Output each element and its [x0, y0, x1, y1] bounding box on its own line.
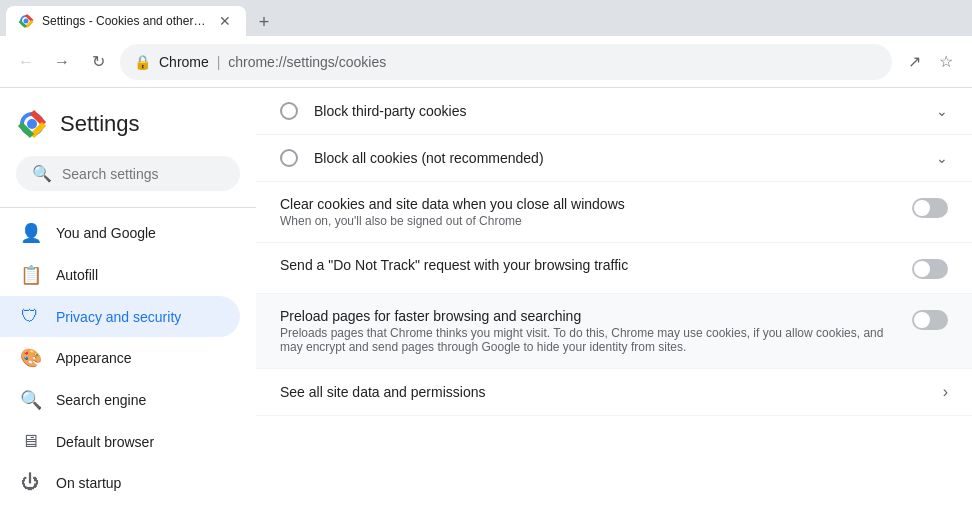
sidebar-label-privacy: Privacy and security [56, 309, 181, 325]
preload-text: Preload pages for faster browsing and se… [280, 308, 896, 354]
person-icon: 👤 [20, 222, 40, 244]
main-content: Block third-party cookies ⌄ Block all co… [256, 88, 972, 505]
do-not-track-label: Send a "Do Not Track" request with your … [280, 257, 896, 273]
do-not-track-text: Send a "Do Not Track" request with your … [280, 257, 896, 275]
block-third-party-label: Block third-party cookies [314, 103, 936, 119]
share-button[interactable]: ↗ [900, 48, 928, 76]
search-input[interactable] [62, 166, 224, 182]
chevron-down-icon: ⌄ [936, 103, 948, 119]
chevron-down-icon-2: ⌄ [936, 150, 948, 166]
sidebar-item-appearance[interactable]: 🎨 Appearance [0, 337, 240, 379]
address-bar: ← → ↻ 🔒 Chrome | chrome://settings/cooki… [0, 36, 972, 88]
search-engine-icon: 🔍 [20, 389, 40, 411]
do-not-track-toggle[interactable] [912, 259, 948, 279]
tab-close-button[interactable]: ✕ [216, 12, 234, 30]
clear-cookies-sublabel: When on, you'll also be signed out of Ch… [280, 214, 896, 228]
sidebar-item-privacy[interactable]: 🛡 Privacy and security [0, 296, 240, 337]
sidebar-label-you-and-google: You and Google [56, 225, 156, 241]
sidebar-item-autofill[interactable]: 📋 Autofill [0, 254, 240, 296]
settings-title: Settings [60, 111, 140, 137]
autofill-icon: 📋 [20, 264, 40, 286]
arrow-right-icon: › [943, 383, 948, 401]
toggle-slider-2 [912, 259, 948, 279]
new-tab-button[interactable]: + [250, 8, 278, 36]
active-tab[interactable]: Settings - Cookies and other site... ✕ [6, 6, 246, 36]
block-third-party-radio[interactable] [280, 102, 298, 120]
block-all-cookies-row[interactable]: Block all cookies (not recommended) ⌄ [256, 135, 972, 182]
do-not-track-row[interactable]: Send a "Do Not Track" request with your … [256, 243, 972, 294]
startup-icon: ⏻ [20, 472, 40, 493]
see-all-site-data-label: See all site data and permissions [280, 384, 943, 400]
search-icon: 🔍 [32, 164, 52, 183]
preload-toggle[interactable] [912, 310, 948, 330]
block-all-cookies-radio[interactable] [280, 149, 298, 167]
url-text: Chrome | chrome://settings/cookies [159, 54, 386, 70]
url-bar[interactable]: 🔒 Chrome | chrome://settings/cookies [120, 44, 892, 80]
preload-label: Preload pages for faster browsing and se… [280, 308, 896, 324]
browser-window: Settings - Cookies and other site... ✕ +… [0, 0, 972, 505]
see-all-site-data-row[interactable]: See all site data and permissions › [256, 369, 972, 416]
sidebar-label-default-browser: Default browser [56, 434, 154, 450]
sidebar-label-on-startup: On startup [56, 475, 121, 491]
sidebar: Settings 🔍 👤 You and Google 📋 Autofill [0, 88, 256, 505]
clear-cookies-label: Clear cookies and site data when you clo… [280, 196, 896, 212]
svg-point-5 [27, 119, 37, 129]
appearance-icon: 🎨 [20, 347, 40, 369]
tab-title: Settings - Cookies and other site... [42, 14, 208, 28]
tab-favicon [18, 13, 34, 29]
clear-cookies-text: Clear cookies and site data when you clo… [280, 196, 896, 228]
clear-cookies-row[interactable]: Clear cookies and site data when you clo… [256, 182, 972, 243]
preload-pages-row[interactable]: Preload pages for faster browsing and se… [256, 294, 972, 369]
search-bar: 🔍 [0, 156, 256, 203]
toggle-slider-3 [912, 310, 948, 330]
default-browser-icon: 🖥 [20, 431, 40, 452]
sidebar-item-search-engine[interactable]: 🔍 Search engine [0, 379, 240, 421]
sidebar-item-on-startup[interactable]: ⏻ On startup [0, 462, 240, 503]
toggle-slider [912, 198, 948, 218]
tab-bar: Settings - Cookies and other site... ✕ + [0, 0, 972, 36]
settings-header: Settings [0, 96, 256, 156]
preload-sublabel: Preloads pages that Chrome thinks you mi… [280, 326, 896, 354]
block-all-cookies-label: Block all cookies (not recommended) [314, 150, 936, 166]
sidebar-label-search-engine: Search engine [56, 392, 146, 408]
back-button[interactable]: ← [12, 48, 40, 76]
chrome-logo [16, 108, 48, 140]
reload-button[interactable]: ↻ [84, 48, 112, 76]
toolbar-actions: ↗ ☆ [900, 48, 960, 76]
block-third-party-row[interactable]: Block third-party cookies ⌄ [256, 88, 972, 135]
settings-container: Settings 🔍 👤 You and Google 📋 Autofill [0, 88, 972, 505]
bookmark-button[interactable]: ☆ [932, 48, 960, 76]
sidebar-item-default-browser[interactable]: 🖥 Default browser [0, 421, 240, 462]
svg-point-2 [24, 19, 29, 24]
forward-button[interactable]: → [48, 48, 76, 76]
sidebar-label-appearance: Appearance [56, 350, 132, 366]
shield-icon: 🛡 [20, 306, 40, 327]
sidebar-divider-1 [0, 207, 256, 208]
search-input-wrap[interactable]: 🔍 [16, 156, 240, 191]
clear-cookies-toggle[interactable] [912, 198, 948, 218]
sidebar-label-autofill: Autofill [56, 267, 98, 283]
sidebar-item-you-and-google[interactable]: 👤 You and Google [0, 212, 240, 254]
url-security-icon: 🔒 [134, 54, 151, 70]
